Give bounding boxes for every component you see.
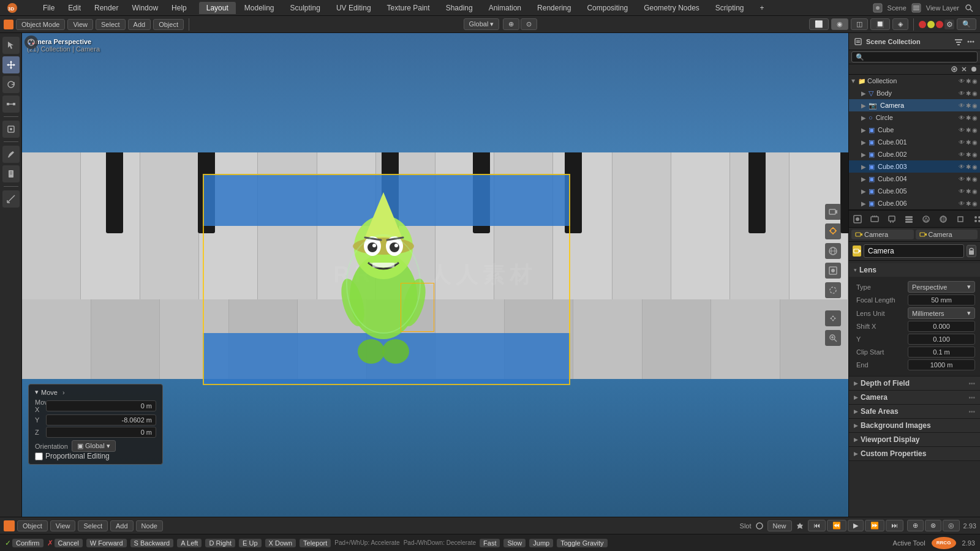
move-x-value[interactable]: 0 m xyxy=(46,400,156,411)
camera-lock-btn[interactable] xyxy=(967,245,976,257)
prop-tab-scene[interactable] xyxy=(849,211,866,228)
safe-areas-header[interactable]: ▶ Safe Areas ••• xyxy=(849,405,980,418)
timeline-nav-2[interactable]: ⏪ xyxy=(827,520,846,531)
camera-selector-btn[interactable]: Camera xyxy=(851,230,914,239)
timeline-key-3[interactable]: ◎ xyxy=(943,520,960,531)
prop-tab-view-layer[interactable] xyxy=(900,211,918,228)
outliner-filter-icon[interactable] xyxy=(954,37,963,46)
camera-section-header[interactable]: ▶ Camera ••• xyxy=(849,391,980,404)
zoom-gizmo-btn[interactable] xyxy=(825,330,841,346)
status-e-key[interactable]: E Up xyxy=(239,539,261,547)
outliner-row-cube004[interactable]: ▶ ▣ Cube.004 👁✱◉ xyxy=(849,173,980,185)
outliner-row-cube006[interactable]: ▶ ▣ Cube.006 👁✱◉ xyxy=(849,197,980,209)
outliner-row-body[interactable]: ▶ ▽ Body 👁 ✱ ◉ xyxy=(849,87,980,99)
outliner-row-cube[interactable]: ▶ ▣ Cube 👁✱◉ xyxy=(849,124,980,136)
body-vis-btn[interactable]: 👁 xyxy=(959,90,965,97)
custom-props-header[interactable]: ▶ Custom Properties xyxy=(849,447,980,460)
menu-help[interactable]: Help xyxy=(165,2,193,13)
annotate-tool[interactable] xyxy=(2,146,20,163)
confirm-btn[interactable]: Confirm xyxy=(12,539,43,547)
status-s-key[interactable]: S Backward xyxy=(130,539,174,547)
timeline-nav-5[interactable]: ⏭ xyxy=(886,520,903,531)
outliner-row-cube005[interactable]: ▶ ▣ Cube.005 👁✱◉ xyxy=(849,185,980,197)
lens-type-dropdown[interactable]: Perspective ▾ xyxy=(908,281,975,293)
timeline-add-btn[interactable]: Add xyxy=(110,520,134,531)
move-tool[interactable] xyxy=(2,56,20,73)
circle-render-btn[interactable]: ◉ xyxy=(972,114,978,121)
search-icon-top[interactable] xyxy=(964,3,974,13)
view-btn[interactable]: View xyxy=(67,19,93,30)
status-a-key[interactable]: A Left xyxy=(177,539,202,547)
search-viewport-btn[interactable]: 🔍 xyxy=(957,18,976,30)
outliner-row-cube003[interactable]: ▶ ▣ Cube.003 👁✱◉ xyxy=(849,160,980,173)
menu-render[interactable]: Render xyxy=(88,2,124,13)
timeline-node-btn[interactable]: Node xyxy=(136,520,163,531)
move-orient-dropdown[interactable]: ▣ Global ▾ xyxy=(72,440,116,452)
prop-tab-render[interactable] xyxy=(866,211,883,228)
circle-sel-btn[interactable]: ✱ xyxy=(966,114,971,121)
prop-tab-particles[interactable] xyxy=(969,211,980,228)
camera-gizmo-btn[interactable] xyxy=(825,204,841,220)
bg-images-header[interactable]: ▶ Background Images xyxy=(849,419,980,432)
tab-uv-editing[interactable]: UV Editing xyxy=(329,2,379,14)
tab-shading[interactable]: Shading xyxy=(439,2,480,14)
tab-add[interactable]: + xyxy=(753,2,772,14)
timeline-select-btn[interactable]: Select xyxy=(78,520,108,531)
nav-orbit-btn[interactable] xyxy=(24,36,38,49)
camera-data-btn[interactable]: Camera xyxy=(916,230,978,239)
tab-animation[interactable]: Animation xyxy=(481,2,529,14)
viewport-display-header[interactable]: ▶ Viewport Display xyxy=(849,433,980,446)
world-gizmo-btn[interactable] xyxy=(825,243,841,259)
pan-gizmo-btn[interactable] xyxy=(825,310,841,326)
outliner-search[interactable] xyxy=(851,51,978,62)
shading-options-btn[interactable]: ⚙ xyxy=(944,20,954,29)
prop-tab-output[interactable] xyxy=(883,211,900,228)
render-gizmo-btn[interactable] xyxy=(825,263,841,279)
col-sel-btn[interactable]: ✱ xyxy=(966,78,971,84)
outliner-row-collection[interactable]: ▾ 📁 Collection 👁 ✱ ◉ xyxy=(849,75,980,87)
viewport-shade-3[interactable]: ◫ xyxy=(851,18,868,30)
tab-modeling[interactable]: Modeling xyxy=(237,2,282,14)
camera-sel-btn[interactable]: ✱ xyxy=(966,102,971,109)
outliner-row-camera[interactable]: ▶ 📷 Camera 👁 ✱ ◉ xyxy=(849,99,980,111)
menu-edit[interactable]: Edit xyxy=(62,2,87,13)
timeline-key-1[interactable]: ⊕ xyxy=(907,520,924,531)
viewport-shade-1[interactable]: ⬜ xyxy=(809,18,829,30)
scale-tool[interactable] xyxy=(2,96,20,113)
lens-unit-dropdown[interactable]: Millimeters ▾ xyxy=(908,307,975,319)
shift-y-value[interactable]: 0.100 xyxy=(908,334,975,345)
grease-pencil-tool[interactable] xyxy=(2,165,20,182)
select-btn[interactable]: Select xyxy=(96,19,126,30)
tab-scripting[interactable]: Scripting xyxy=(708,2,752,14)
body-sel-btn[interactable]: ✱ xyxy=(966,90,971,97)
status-d-key[interactable]: D Right xyxy=(205,539,235,547)
prop-editing-checkbox[interactable] xyxy=(35,452,43,460)
viewport-shade-4[interactable]: 🔲 xyxy=(870,18,890,30)
transform-tool[interactable] xyxy=(2,121,20,138)
timeline-nav-4[interactable]: ⏩ xyxy=(865,520,884,531)
body-render-btn[interactable]: ◉ xyxy=(972,90,978,97)
clip-end-value[interactable]: 1000 m xyxy=(908,359,975,370)
measure-tool[interactable] xyxy=(2,190,20,208)
outliner-options-icon[interactable] xyxy=(967,37,975,46)
timeline-object-mode[interactable]: Object xyxy=(17,520,48,531)
add-btn[interactable]: Add xyxy=(128,19,151,30)
outliner-row-cube001[interactable]: ▶ ▣ Cube.001 👁✱◉ xyxy=(849,136,980,148)
mode-selector[interactable]: Object Mode xyxy=(16,19,65,30)
overlay-gizmo-btn[interactable] xyxy=(825,282,841,298)
timeline-nav-1[interactable]: ⏮ xyxy=(808,520,826,531)
object-btn[interactable]: Object xyxy=(153,19,184,30)
camera-name-input[interactable] xyxy=(864,244,964,258)
prop-tab-scene2[interactable] xyxy=(918,211,935,228)
status-x-key[interactable]: X Down xyxy=(265,539,296,547)
shift-x-value[interactable]: 0.000 xyxy=(908,321,975,332)
tab-sculpting[interactable]: Sculpting xyxy=(283,2,328,14)
col-vis-btn[interactable]: 👁 xyxy=(959,78,965,84)
light-gizmo-btn[interactable] xyxy=(825,223,841,239)
move-y-value[interactable]: -8.0602 m xyxy=(46,414,156,425)
timeline-play-btn[interactable]: ▶ xyxy=(848,520,864,531)
menu-file[interactable]: File xyxy=(37,2,61,13)
move-z-value[interactable]: 0 m xyxy=(46,427,156,438)
focal-length-value[interactable]: 50 mm xyxy=(908,294,975,305)
viewport-shade-5[interactable]: ◈ xyxy=(892,18,908,30)
